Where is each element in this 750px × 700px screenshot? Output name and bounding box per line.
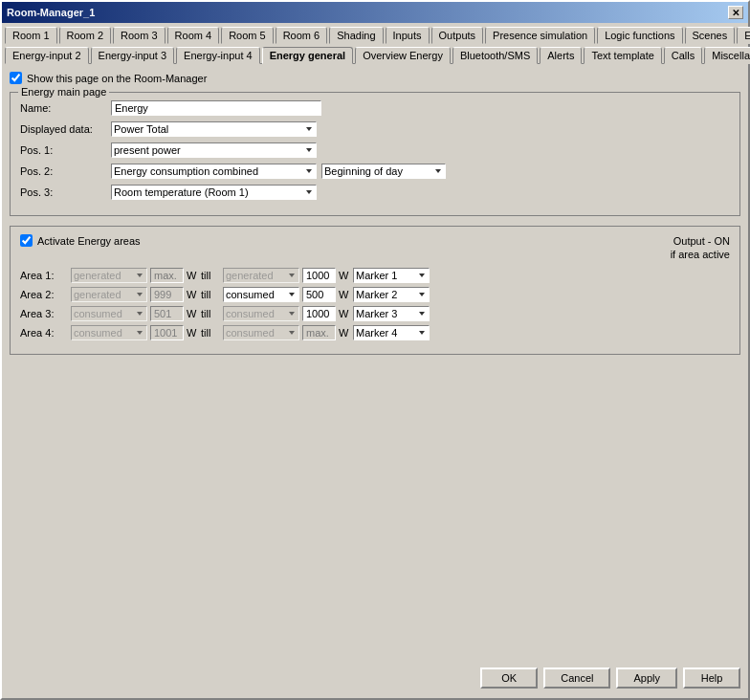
area4-row: Area 4: consumedgenerated W till consume… — [20, 325, 730, 340]
area2-type2-select[interactable]: consumedgenerated — [223, 287, 299, 302]
area2-w2-label: W — [339, 289, 350, 300]
area3-row: Area 3: consumedgenerated W till consume… — [20, 306, 730, 321]
area3-till-label: till — [201, 308, 220, 319]
activate-areas-label: Activate Energy areas — [37, 235, 141, 247]
area4-val2-input[interactable] — [302, 325, 336, 340]
tab-outputs[interactable]: Outputs — [431, 27, 484, 44]
show-page-label: Show this page on the Room-Manager — [27, 73, 207, 84]
energy-areas-section: Activate Energy areas Output - ONif area… — [10, 226, 740, 355]
tab-room1[interactable]: Room 1 — [5, 27, 57, 44]
pos1-label: Pos. 1: — [20, 144, 106, 156]
area1-type1-select[interactable]: generatedconsumed — [71, 268, 147, 283]
displayed-label: Displayed data: — [20, 123, 106, 135]
area4-w2-label: W — [339, 327, 350, 339]
tab-energy-input3[interactable]: Energy-input 3 — [91, 47, 175, 64]
area3-label: Area 3: — [20, 308, 68, 319]
apply-button[interactable]: Apply — [616, 667, 677, 689]
pos2-select[interactable]: Energy consumption combined present powe… — [111, 164, 317, 179]
window-title: Room-Manager_1 — [7, 7, 95, 18]
area1-val2-input[interactable] — [302, 268, 336, 283]
area1-till-label: till — [201, 270, 220, 281]
area1-w2-label: W — [339, 270, 350, 281]
tab-bluetooth-sms[interactable]: Bluetooth/SMS — [452, 47, 538, 64]
tab-energy-input4[interactable]: Energy-input 4 — [176, 47, 260, 64]
area1-marker-select[interactable]: Marker 1Marker 2Marker 3Marker 4 — [353, 268, 430, 283]
close-button[interactable]: ✕ — [728, 6, 743, 19]
area1-val1-input[interactable] — [150, 268, 184, 283]
energy-main-page-title: Energy main page — [18, 86, 109, 98]
displayed-select[interactable]: Power Total Energy Total Balance — [111, 121, 317, 137]
tab-room3[interactable]: Room 3 — [113, 27, 165, 44]
tab-inputs[interactable]: Inputs — [386, 27, 430, 44]
pos1-select[interactable]: present power energy today — [111, 142, 317, 158]
area2-val1-input[interactable] — [150, 287, 184, 302]
area3-val1-input[interactable] — [150, 306, 184, 321]
tab-calls[interactable]: Calls — [664, 47, 702, 64]
tab-shading[interactable]: Shading — [329, 27, 383, 44]
area3-type1-select[interactable]: consumedgenerated — [71, 306, 147, 321]
area2-type1-select[interactable]: generatedconsumed — [71, 287, 147, 302]
activate-areas-row: Activate Energy areas — [20, 234, 141, 247]
activate-areas-checkbox[interactable] — [20, 234, 33, 247]
area3-w1-label: W — [187, 308, 198, 319]
pos2-period-select[interactable]: Beginning of day Last 24 hours This week — [321, 164, 446, 179]
pos2-row: Pos. 2: Energy consumption combined pres… — [20, 164, 730, 179]
tab-bar-1: Room 1 Room 2 Room 3 Room 4 Room 5 Room … — [2, 23, 748, 43]
area-header: Activate Energy areas Output - ONif area… — [20, 234, 730, 262]
help-button[interactable]: Help — [683, 667, 740, 689]
tab-overview-energy[interactable]: Overview Energy — [355, 47, 451, 64]
tab-room5[interactable]: Room 5 — [221, 27, 274, 44]
tab-logic-functions[interactable]: Logic functions — [597, 27, 682, 44]
show-page-checkbox[interactable] — [10, 72, 22, 84]
pos3-row: Pos. 3: Room temperature (Room 1) presen… — [20, 185, 730, 200]
area4-marker-select[interactable]: Marker 4Marker 1Marker 2Marker 3 — [353, 325, 430, 340]
pos3-label: Pos. 3: — [20, 186, 106, 198]
name-label: Name: — [20, 102, 106, 114]
name-row: Name: — [20, 100, 730, 116]
area2-till-label: till — [201, 289, 220, 300]
area1-label: Area 1: — [20, 270, 68, 281]
area4-type1-select[interactable]: consumedgenerated — [71, 325, 147, 340]
tab-room2[interactable]: Room 2 — [59, 27, 112, 44]
area1-type2-select[interactable]: generatedconsumed — [223, 268, 299, 283]
tab-energy-general[interactable]: Energy general — [262, 47, 353, 64]
area1-row: Area 1: generatedconsumed W till generat… — [20, 268, 730, 283]
displayed-data-row: Displayed data: Power Total Energy Total… — [20, 121, 730, 137]
name-input[interactable] — [111, 100, 321, 116]
energy-main-page-group: Energy main page Name: Displayed data: P… — [10, 92, 740, 216]
area2-row: Area 2: generatedconsumed W till consume… — [20, 287, 730, 302]
tab-miscellaneous[interactable]: Miscellaneous — [704, 47, 750, 64]
tab-alerts[interactable]: Alerts — [540, 47, 582, 64]
area3-val2-input[interactable] — [302, 306, 336, 321]
show-page-row: Show this page on the Room-Manager — [10, 72, 740, 84]
pos1-row: Pos. 1: present power energy today — [20, 142, 730, 158]
button-row: OK Cancel Apply Help — [480, 667, 740, 689]
content-area: Show this page on the Room-Manager Energ… — [2, 64, 748, 660]
pos3-select[interactable]: Room temperature (Room 1) present power — [111, 185, 317, 200]
button-area: OK Cancel Apply Help — [2, 660, 748, 698]
output-label: Output - ONif area active — [671, 234, 730, 262]
tab-bar-2: Energy-input 2 Energy-input 3 Energy-inp… — [2, 43, 748, 63]
area2-marker-select[interactable]: Marker 2Marker 1Marker 3Marker 4 — [353, 287, 430, 302]
area4-till-label: till — [201, 327, 220, 339]
cancel-button[interactable]: Cancel — [543, 667, 610, 689]
area4-val1-input[interactable] — [150, 325, 184, 340]
tab-room6[interactable]: Room 6 — [276, 27, 328, 44]
ok-button[interactable]: OK — [480, 667, 538, 689]
tab-scenes[interactable]: Scenes — [685, 27, 736, 44]
titlebar: Room-Manager_1 ✕ — [2, 2, 748, 23]
area4-type2-select[interactable]: consumedgenerated — [223, 325, 299, 340]
area2-w1-label: W — [187, 289, 198, 300]
tab-energy-input2[interactable]: Energy-input 2 — [5, 47, 89, 64]
area3-type2-select[interactable]: consumedgenerated — [223, 306, 299, 321]
tab-presence-simulation[interactable]: Presence simulation — [485, 27, 595, 44]
tab-text-template[interactable]: Text template — [584, 47, 661, 64]
area4-w1-label: W — [187, 327, 198, 339]
main-window: Room-Manager_1 ✕ Room 1 Room 2 Room 3 Ro… — [0, 0, 750, 700]
tab-energy-input1[interactable]: Energy-input 1 — [737, 27, 750, 44]
tab-room4[interactable]: Room 4 — [167, 27, 220, 44]
area3-w2-label: W — [339, 308, 350, 319]
area4-label: Area 4: — [20, 327, 68, 339]
area2-val2-input[interactable] — [302, 287, 336, 302]
area3-marker-select[interactable]: Marker 3Marker 1Marker 2Marker 4 — [353, 306, 430, 321]
